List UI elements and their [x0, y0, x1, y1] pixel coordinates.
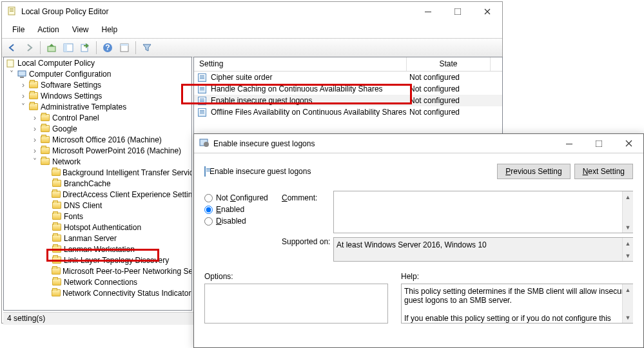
next-setting-button[interactable]: Next Setting	[574, 164, 633, 179]
help-box: This policy setting determines if the SM…	[401, 284, 633, 324]
forward-button[interactable]	[21, 40, 37, 55]
policy-icon	[204, 166, 206, 177]
dialog-maximize-button[interactable]	[584, 134, 614, 153]
tree-item[interactable]: Control Panel	[52, 113, 99, 122]
tree-comp-config[interactable]: Computer Configuration	[29, 70, 111, 79]
tree-item[interactable]: Administrative Templates	[41, 102, 126, 111]
svg-rect-15	[18, 71, 26, 76]
tree-item[interactable]: Network Connections	[64, 278, 137, 287]
up-button[interactable]	[44, 40, 59, 55]
svg-rect-1	[10, 8, 14, 9]
svg-rect-5	[454, 8, 461, 15]
svg-rect-8	[64, 44, 67, 52]
dialog-title: Enable insecure guest logons	[213, 139, 554, 148]
back-button[interactable]	[5, 40, 20, 55]
previous-setting-button[interactable]: Previous Setting	[497, 164, 570, 179]
col-state[interactable]: State	[407, 57, 491, 71]
svg-rect-19	[566, 144, 572, 144]
radio-not-configured[interactable]: Not Configured	[204, 193, 282, 202]
folder-icon	[29, 103, 38, 110]
svg-rect-6	[48, 46, 55, 52]
scrollbar[interactable]: ▲▼	[622, 191, 633, 233]
tree-item[interactable]: Lanman Server	[64, 234, 117, 243]
tree-item[interactable]: Microsoft PowerPoint 2016 (Machine)	[52, 146, 181, 155]
tree-item[interactable]: Network Connectivity Status Indicator	[63, 289, 191, 298]
expand-icon[interactable]: ›	[30, 124, 40, 133]
collapse-icon[interactable]: ˅	[18, 102, 28, 111]
radio-disabled[interactable]: Disabled	[204, 217, 282, 226]
policy-icon	[198, 85, 206, 93]
minimize-button[interactable]	[413, 2, 443, 21]
folder-icon	[52, 169, 61, 176]
tree-item[interactable]: Fonts	[64, 212, 83, 221]
radio-enabled[interactable]: Enabled	[204, 205, 282, 214]
tree-item[interactable]: DNS Client	[64, 201, 102, 210]
policy-tree[interactable]: Local Computer Policy ˅Computer Configur…	[3, 57, 192, 311]
dialog-close-button[interactable]	[614, 134, 643, 153]
policy-root-icon	[5, 58, 15, 68]
close-button[interactable]	[473, 2, 502, 21]
tree-item[interactable]: Background Intelligent Transfer Service	[63, 168, 192, 177]
tree-item[interactable]: Microsoft Office 2016 (Machine)	[52, 135, 162, 144]
tree-item[interactable]: BranchCache	[64, 179, 111, 188]
svg-rect-2	[10, 10, 14, 10]
expand-icon[interactable]: ›	[18, 81, 28, 90]
folder-icon	[52, 256, 61, 264]
menu-help[interactable]: Help	[95, 23, 124, 37]
svg-rect-14	[7, 60, 14, 67]
filter-button[interactable]	[139, 40, 155, 55]
expand-icon[interactable]: ›	[30, 135, 40, 144]
svg-rect-3	[10, 11, 14, 12]
folder-icon	[52, 213, 61, 220]
properties-button[interactable]	[117, 40, 132, 55]
tree-item[interactable]: Link-Layer Topology Discovery	[64, 256, 169, 265]
policy-icon	[198, 73, 206, 82]
tree-lanman-workstation[interactable]: Lanman Workstation	[64, 245, 135, 254]
expand-icon[interactable]: ›	[30, 146, 40, 155]
list-row[interactable]: Cipher suite orderNot configured	[194, 72, 502, 83]
supported-label: Supported on:	[282, 237, 333, 262]
list-row[interactable]: Offline Files Availability on Continuous…	[194, 106, 502, 118]
svg-rect-13	[121, 44, 128, 46]
help-button[interactable]: ?	[100, 40, 115, 55]
svg-rect-20	[596, 140, 602, 147]
export-button[interactable]	[77, 40, 93, 55]
menu-action[interactable]: Action	[31, 23, 65, 37]
col-setting[interactable]: Setting	[194, 57, 407, 71]
maximize-button[interactable]	[443, 2, 473, 21]
gpedit-icon	[7, 6, 17, 18]
tree-item[interactable]: Google	[52, 124, 77, 133]
dialog-titlebar: Enable insecure guest logons	[194, 134, 643, 153]
tree-item[interactable]: Hotspot Authentication	[64, 223, 141, 232]
tree-item[interactable]: Software Settings	[41, 81, 101, 90]
folder-icon	[52, 191, 61, 198]
computer-icon	[17, 69, 27, 79]
folder-icon	[41, 158, 50, 165]
options-label: Options:	[204, 272, 388, 281]
dialog-minimize-button[interactable]	[554, 134, 584, 153]
expand-icon[interactable]: ›	[18, 92, 28, 101]
tree-item[interactable]: Network	[52, 157, 81, 166]
menu-view[interactable]: View	[66, 23, 95, 37]
folder-icon	[41, 125, 50, 132]
show-hide-tree-button[interactable]	[61, 40, 76, 55]
svg-rect-4	[425, 12, 431, 12]
collapse-icon[interactable]: ˅	[30, 157, 40, 166]
folder-icon	[29, 92, 38, 99]
tree-root[interactable]: Local Computer Policy	[17, 59, 95, 68]
menu-file[interactable]: File	[6, 23, 31, 37]
options-box	[204, 284, 388, 324]
scrollbar[interactable]: ▲▼	[622, 284, 633, 323]
list-row-selected[interactable]: Enable insecure guest logonsNot configur…	[194, 95, 502, 106]
list-row[interactable]: Handle Caching on Continuous Availabilit…	[194, 83, 502, 95]
comment-field[interactable]	[333, 191, 633, 233]
tree-item[interactable]: Microsoft Peer-to-Peer Networking Servic…	[63, 267, 192, 276]
policy-icon	[198, 108, 206, 117]
scrollbar[interactable]: ▲▼	[622, 238, 633, 261]
svg-text:?: ?	[105, 43, 110, 52]
collapse-icon[interactable]: ˅	[6, 70, 17, 79]
expand-icon[interactable]: ›	[30, 113, 40, 122]
tree-item[interactable]: DirectAccess Client Experience Settings	[63, 190, 192, 199]
tree-item[interactable]: Windows Settings	[41, 92, 102, 101]
folder-icon	[52, 224, 61, 231]
